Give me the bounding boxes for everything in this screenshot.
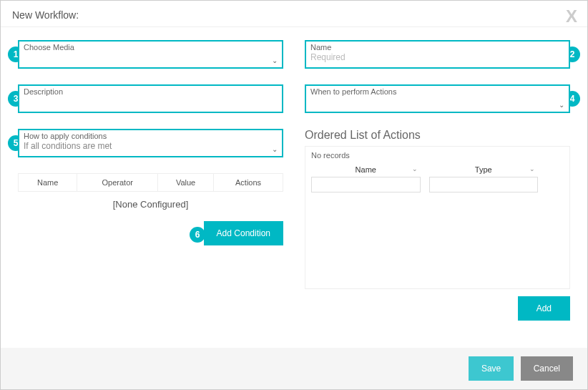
name-label: Name	[310, 43, 564, 52]
action-col-name-label: Name	[356, 165, 376, 174]
name-input-box[interactable]: Name	[305, 40, 570, 69]
add-condition-row: 6 Add Condition	[18, 221, 283, 245]
choose-media-field-wrap: 1 Choose Media ⌄	[18, 40, 283, 69]
cond-header-operator: Operator	[77, 174, 158, 192]
action-col-name: Name ⌄	[311, 162, 421, 192]
left-column: 1 Choose Media ⌄ 3 Description 5 How to …	[18, 40, 283, 321]
action-type-filter-input[interactable]	[429, 177, 539, 192]
none-configured-text: [None Configured]	[18, 192, 283, 221]
how-apply-select[interactable]: How to apply conditions ⌄	[18, 129, 283, 157]
choose-media-select[interactable]: Choose Media ⌄	[18, 40, 283, 69]
action-col-type-label: Type	[475, 165, 492, 174]
conditions-table: Name Operator Value Actions	[18, 173, 283, 192]
add-action-row: Add	[305, 296, 570, 321]
choose-media-label: Choose Media	[24, 43, 278, 52]
action-col-name-header[interactable]: Name ⌄	[311, 162, 421, 177]
save-button[interactable]: Save	[469, 356, 514, 381]
action-col-type: Type ⌄	[429, 162, 539, 192]
badge-6: 6	[190, 227, 205, 243]
name-input[interactable]	[310, 52, 564, 63]
how-apply-value[interactable]	[24, 140, 278, 152]
choose-media-value[interactable]	[24, 52, 278, 63]
description-label: Description	[24, 87, 278, 96]
how-apply-field-wrap: 5 How to apply conditions ⌄	[18, 129, 283, 157]
chevron-down-icon: ⌄	[529, 165, 535, 172]
how-apply-label: How to apply conditions	[24, 132, 278, 140]
cond-header-name: Name	[19, 174, 77, 192]
actions-list-box: No records Name ⌄ Type ⌄	[305, 146, 570, 289]
dialog-title: New Workflow:	[12, 9, 79, 21]
dialog-header: New Workflow: X	[1, 1, 587, 27]
action-col-type-header[interactable]: Type ⌄	[429, 162, 539, 177]
no-records-text: No records	[311, 151, 564, 160]
description-input-box[interactable]: Description	[18, 84, 283, 113]
action-name-filter-input[interactable]	[311, 177, 421, 192]
action-col-spacer	[547, 162, 564, 192]
close-icon[interactable]: X	[566, 6, 577, 26]
cond-header-value: Value	[158, 174, 214, 192]
add-action-button[interactable]: Add	[518, 296, 570, 321]
when-field-wrap: 4 When to perform Actions ⌄	[305, 84, 570, 113]
description-input[interactable]	[24, 96, 278, 107]
ordered-actions-title: Ordered List of Actions	[305, 129, 570, 142]
dialog-content: 1 Choose Media ⌄ 3 Description 5 How to …	[1, 27, 587, 328]
name-field-wrap: 2 Name	[305, 40, 570, 69]
when-select[interactable]: When to perform Actions ⌄	[305, 84, 570, 113]
chevron-down-icon: ⌄	[412, 165, 418, 172]
actions-headers: Name ⌄ Type ⌄	[311, 162, 564, 192]
cond-header-actions: Actions	[214, 174, 283, 192]
dialog-footer: Save Cancel	[1, 348, 587, 389]
when-label: When to perform Actions	[310, 87, 564, 96]
cancel-button[interactable]: Cancel	[521, 356, 573, 381]
add-condition-button[interactable]: Add Condition	[204, 221, 283, 245]
right-column: 2 Name 4 When to perform Actions ⌄ Order…	[305, 40, 570, 321]
description-field-wrap: 3 Description	[18, 84, 283, 113]
when-value[interactable]	[310, 96, 564, 107]
